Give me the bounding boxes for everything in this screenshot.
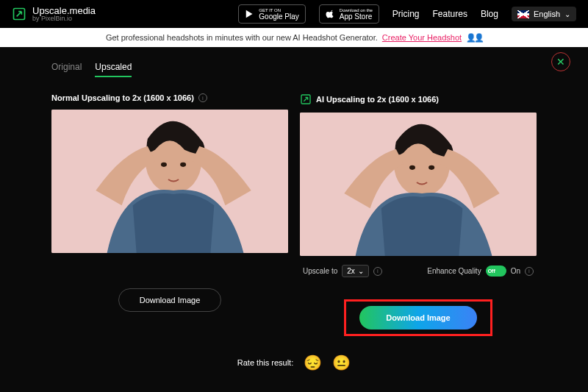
nav-features[interactable]: Features — [433, 9, 467, 19]
download-ai-button[interactable]: Download Image — [359, 306, 476, 329]
main-content: Original Upscaled Normal Upscaling to 2x… — [0, 47, 588, 371]
svg-point-4 — [180, 163, 186, 167]
language-selector[interactable]: English ⌄ — [512, 7, 576, 21]
rate-result: Rate this result: 😔 😐 — [51, 354, 537, 371]
svg-point-3 — [161, 163, 167, 167]
chevron-down-icon: ⌄ — [564, 10, 570, 18]
svg-point-8 — [409, 165, 415, 170]
app-header: Upscale.media by PixelBin.io GET IT ON G… — [0, 0, 588, 28]
svg-point-9 — [429, 165, 434, 170]
highlight-annotation: Download Image — [344, 299, 492, 336]
ai-title: AI Upscaling to 2x (1600 x 1066) — [316, 95, 439, 104]
ai-upscale-icon — [300, 93, 312, 105]
enhance-quality-toggle[interactable]: Off — [486, 266, 506, 277]
uk-flag-icon — [517, 10, 529, 18]
ai-image-preview — [300, 113, 537, 256]
info-icon[interactable]: i — [198, 93, 207, 102]
google-play-badge[interactable]: GET IT ON Google Play — [238, 4, 305, 24]
banner-text: Get professional headshots in minutes wi… — [106, 33, 378, 42]
brand-sub: by PixelBin.io — [32, 15, 96, 22]
normal-upscale-panel: Normal Upscaling to 2x (1600 x 1066) i — [51, 93, 288, 336]
banner-link[interactable]: Create Your Headshot — [382, 33, 462, 42]
google-play-icon — [245, 9, 255, 19]
close-icon: ✕ — [556, 56, 565, 68]
rate-sad-emoji[interactable]: 😔 — [304, 354, 322, 371]
chevron-down-icon: ⌄ — [358, 267, 364, 275]
app-store-badge[interactable]: Download on the App Store — [319, 4, 379, 24]
people-icon: 👤👤 — [466, 33, 482, 43]
normal-title: Normal Upscaling to 2x (1600 x 1066) — [51, 93, 194, 102]
nav-pricing[interactable]: Pricing — [392, 9, 420, 19]
brand[interactable]: Upscale.media by PixelBin.io — [12, 6, 96, 22]
close-button[interactable]: ✕ — [551, 52, 570, 71]
promo-banner: Get professional headshots in minutes wi… — [0, 28, 588, 47]
rate-neutral-emoji[interactable]: 😐 — [332, 354, 351, 371]
tab-original[interactable]: Original — [51, 62, 82, 77]
nav-blog[interactable]: Blog — [481, 9, 498, 19]
enhance-quality-label: Enhance Quality — [427, 267, 481, 275]
normal-image-preview — [51, 110, 288, 253]
upscale-logo-icon — [12, 7, 26, 21]
download-normal-button[interactable]: Download Image — [118, 288, 222, 312]
header-right: GET IT ON Google Play Download on the Ap… — [238, 4, 576, 24]
upscale-controls: Upscale to 2x ⌄ i Enhance Quality Off On… — [300, 265, 537, 277]
tab-upscaled[interactable]: Upscaled — [95, 62, 132, 77]
rate-label: Rate this result: — [237, 358, 293, 367]
info-icon[interactable]: i — [373, 267, 382, 276]
upscale-to-label: Upscale to — [303, 267, 337, 275]
ai-upscale-panel: AI Upscaling to 2x (1600 x 1066) — [300, 93, 537, 336]
info-icon[interactable]: i — [525, 267, 534, 276]
compare-container: Normal Upscaling to 2x (1600 x 1066) i — [51, 93, 537, 336]
tabs: Original Upscaled — [51, 62, 537, 77]
upscale-factor-select[interactable]: 2x ⌄ — [342, 265, 369, 277]
apple-icon — [326, 9, 336, 19]
